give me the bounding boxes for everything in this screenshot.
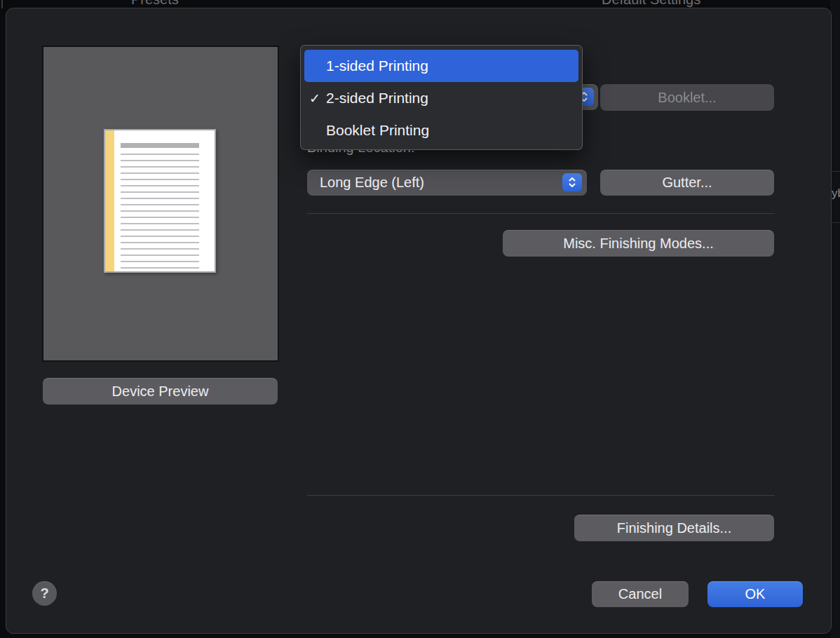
- finishing-dialog: Device Preview Booklet... Binding Locati…: [6, 8, 832, 634]
- device-preview-panel: [42, 46, 279, 362]
- background-divider: [832, 222, 840, 223]
- device-preview-button[interactable]: Device Preview: [43, 378, 278, 405]
- menu-item-1-sided-printing[interactable]: 1-sided Printing: [304, 50, 578, 82]
- print-style-menu: 1-sided Printing ✓ 2-sided Printing Book…: [300, 45, 583, 150]
- checkmark-icon: ✓: [309, 90, 326, 107]
- binding-location-popup[interactable]: Long Edge (Left): [307, 170, 587, 196]
- background-default-settings-label: Default Settings: [602, 0, 700, 8]
- menu-item-booklet-printing[interactable]: Booklet Printing: [304, 114, 578, 147]
- misc-finishing-modes-button[interactable]: Misc. Finishing Modes...: [503, 230, 774, 257]
- background-divider: [832, 171, 840, 172]
- stepper-icon: [562, 173, 582, 191]
- menu-item-label: 2-sided Printing: [326, 90, 428, 107]
- menu-item-2-sided-printing[interactable]: ✓ 2-sided Printing: [304, 82, 578, 114]
- page-binding-stripe: [105, 130, 114, 271]
- finishing-details-button[interactable]: Finishing Details...: [574, 515, 774, 541]
- document-page-thumbnail: [104, 129, 216, 273]
- page-heading-line: [121, 143, 199, 148]
- section-divider: [307, 213, 775, 214]
- binding-popup-value: Long Edge (Left): [320, 175, 424, 191]
- background-presets-label: Presets: [131, 0, 179, 8]
- help-button[interactable]: ?: [32, 581, 57, 606]
- section-divider: [307, 495, 775, 496]
- background-clipped-text: yb: [832, 186, 840, 201]
- background-window-edge: [1, 0, 3, 8]
- background-window-sliver: [830, 0, 840, 638]
- page-text-lines: [121, 154, 199, 271]
- gutter-button[interactable]: Gutter...: [600, 170, 774, 196]
- cancel-button[interactable]: Cancel: [592, 581, 689, 607]
- menu-item-label: Booklet Printing: [326, 122, 429, 139]
- booklet-button: Booklet...: [600, 84, 774, 111]
- menu-item-label: 1-sided Printing: [326, 57, 428, 74]
- ok-button[interactable]: OK: [707, 581, 803, 607]
